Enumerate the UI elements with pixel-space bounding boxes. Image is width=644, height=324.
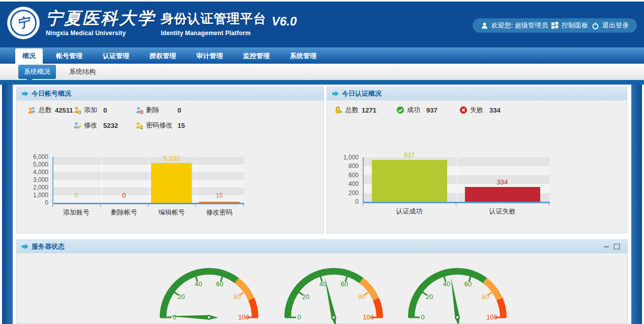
- y-axis-label: 5,000: [21, 161, 48, 168]
- university-name-cn: 宁夏医科大学: [46, 8, 156, 29]
- panel-account-body: 总数 42511 添加 0 删除 0 修改 5232 密码修改 15: [17, 100, 324, 233]
- right-frame-strip: [631, 85, 642, 324]
- x-axis-tick: [100, 204, 101, 207]
- y-axis-label: 0: [21, 199, 48, 206]
- main-nav: 概况 帐号管理 认证管理 授权管理 审计管理 监控管理 系统管理: [0, 47, 644, 64]
- bar-value-label: 334: [472, 178, 533, 186]
- svg-text:0: 0: [297, 313, 301, 321]
- tab-authz-mgmt[interactable]: 授权管理: [142, 48, 183, 64]
- y-axis-label: 6,000: [21, 153, 48, 160]
- bar-修改密码: [199, 202, 240, 203]
- svg-text:20: 20: [178, 293, 185, 301]
- tab-monitor-mgmt[interactable]: 监控管理: [236, 48, 277, 64]
- tab-auth-mgmt[interactable]: 认证管理: [96, 48, 136, 64]
- bar-value-label: 937: [379, 151, 440, 159]
- platform-title-en: Identity Management Platform: [161, 30, 267, 37]
- header-titles: 宁夏医科大学 Ningxia Medical University 身份认证管理…: [46, 8, 297, 37]
- power-icon: [592, 22, 599, 30]
- panel-server-body: 020406080100 020406080100 020406080100: [17, 240, 627, 323]
- subtab-system-overview[interactable]: 系统概况: [18, 65, 56, 79]
- y-axis-label: 1,000: [21, 192, 48, 199]
- y-axis-label: 400: [331, 180, 359, 187]
- server-gauge-2: 020406080100: [278, 267, 390, 324]
- y-axis-label: 200: [331, 190, 359, 197]
- bar-value-label: 0: [94, 192, 155, 199]
- identity-management-app: 宁 宁夏医科大学 Ningxia Medical University 身份认证…: [0, 0, 644, 324]
- university-name-en: Ningxia Medical University: [46, 30, 156, 37]
- y-axis-label: 600: [331, 172, 359, 179]
- svg-text:20: 20: [302, 293, 309, 301]
- user-toolbar: 欢迎您: 超级管理员 控制面板 退出登录: [473, 18, 637, 33]
- svg-text:20: 20: [426, 293, 433, 301]
- server-gauge-3: 020406080100: [401, 267, 513, 324]
- left-frame-strip: [2, 85, 13, 324]
- bar-认证失败: [465, 187, 540, 202]
- panel-title: 今日帐号概况: [32, 89, 71, 98]
- y-axis-label: 1,000: [331, 154, 359, 161]
- welcome-text: 欢迎您: 超级管理员: [491, 21, 548, 30]
- svg-text:0: 0: [421, 313, 424, 321]
- x-axis-tick: [148, 204, 149, 207]
- y-axis-label: 800: [331, 163, 359, 170]
- x-axis-label: 认证成功: [379, 207, 440, 216]
- x-axis-tick: [52, 204, 53, 207]
- bar-value-label: 5,232: [141, 154, 202, 162]
- logout-button[interactable]: 退出登录: [592, 21, 629, 30]
- grid-icon: [551, 22, 559, 29]
- panel-account-overview: 今日帐号概况 总数 42511 添加 0 删除 0 修改 5232: [16, 87, 324, 233]
- user-icon: [481, 22, 488, 30]
- x-axis-label: 认证失败: [472, 207, 533, 216]
- panel-account-header: 今日帐号概况: [17, 87, 324, 100]
- y-axis-label: 2,000: [21, 184, 48, 191]
- svg-text:40: 40: [195, 280, 202, 288]
- svg-text:100: 100: [363, 313, 374, 321]
- panel-title: 今日认证概况: [342, 89, 382, 98]
- x-axis-tick: [363, 203, 363, 206]
- svg-text:60: 60: [341, 280, 348, 288]
- x-axis-tick: [456, 203, 456, 206]
- x-axis-tick: [549, 203, 549, 206]
- svg-text:60: 60: [216, 280, 223, 288]
- accent-bar: [0, 80, 644, 85]
- svg-text:100: 100: [238, 313, 249, 321]
- svg-text:80: 80: [482, 293, 489, 301]
- svg-text:0: 0: [172, 313, 176, 321]
- panel-auth-body: 总数 1271 成功 937 失败 334 02004006008001,000…: [327, 100, 627, 233]
- y-axis-label: 4,000: [21, 169, 48, 176]
- svg-text:100: 100: [486, 313, 497, 321]
- tab-audit-mgmt[interactable]: 审计管理: [189, 48, 230, 64]
- tab-account-mgmt[interactable]: 帐号管理: [49, 48, 90, 64]
- university-logo: 宁: [7, 7, 40, 39]
- bar-编辑帐号: [151, 163, 192, 203]
- tab-overview[interactable]: 概况: [15, 48, 43, 64]
- welcome-group: 欢迎您: 超级管理员: [481, 21, 548, 30]
- svg-text:80: 80: [358, 293, 365, 301]
- arrow-right-icon: [22, 91, 28, 97]
- auth-bar-chart: 02004006008001,000认证成功937认证失败334: [327, 100, 627, 233]
- panel-auth-overview: 今日认证概况 总数 1271 成功 937 失败 334 02004006008…: [327, 87, 627, 233]
- app-header: 宁 宁夏医科大学 Ningxia Medical University 身份认证…: [0, 2, 644, 47]
- subtab-system-structure[interactable]: 系统结构: [69, 67, 96, 76]
- bar-认证成功: [372, 160, 447, 202]
- logo-glyph: 宁: [16, 16, 31, 30]
- x-axis-tick: [195, 204, 196, 207]
- chart-gridline: [457, 157, 457, 202]
- tab-system-mgmt[interactable]: 系统管理: [283, 48, 324, 64]
- svg-text:60: 60: [464, 280, 472, 288]
- logo-ring: 宁: [10, 10, 37, 36]
- platform-title-cn: 身份认证管理平台: [161, 8, 267, 29]
- panel-server-status: 服务器状态 020406080100 020406080100 02040608…: [16, 239, 628, 324]
- account-bar-chart: 01,0002,0003,0004,0005,0006,000添加账号0删除帐号…: [17, 100, 324, 233]
- control-panel-label: 控制面板: [562, 21, 588, 30]
- svg-text:40: 40: [443, 280, 450, 288]
- y-axis-label: 3,000: [21, 176, 48, 183]
- bar-value-label: 15: [189, 192, 250, 199]
- server-gauge-1: 020406080100: [153, 267, 265, 324]
- svg-text:80: 80: [233, 293, 241, 301]
- x-axis-tick: [243, 204, 244, 207]
- version-label: V6.0: [272, 11, 297, 32]
- sub-nav: 系统概况 系统结构: [0, 64, 644, 80]
- control-panel-button[interactable]: 控制面板: [551, 21, 588, 30]
- x-axis-label: 修改密码: [189, 208, 250, 217]
- logout-label: 退出登录: [602, 21, 629, 30]
